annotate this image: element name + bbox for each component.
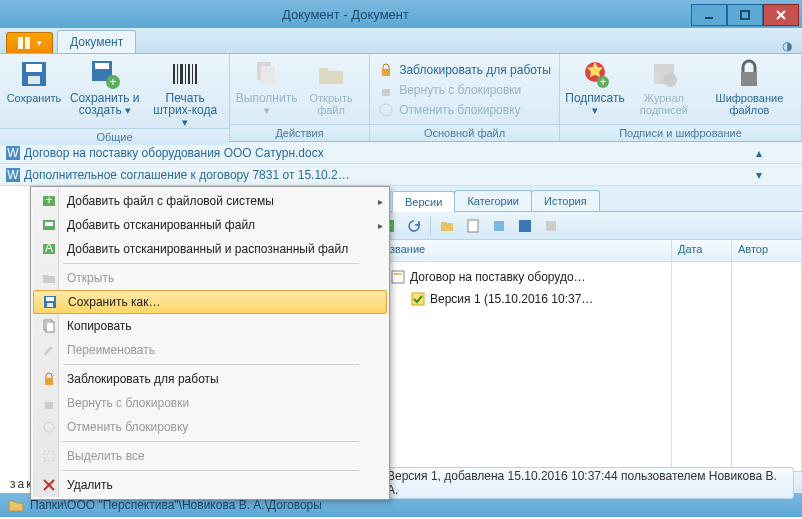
right-toolbar: + bbox=[370, 212, 802, 240]
tab-history[interactable]: История bbox=[531, 190, 600, 211]
menu-row: ▾ Документ ◑ bbox=[0, 28, 802, 54]
svg-rect-58 bbox=[392, 271, 404, 283]
doc-row-1[interactable]: W Договор на поставку оборудования ООО С… bbox=[0, 142, 802, 164]
svg-rect-14 bbox=[177, 64, 178, 84]
barcode-button[interactable]: Печать штрих-кода ▾ bbox=[149, 58, 221, 128]
svg-rect-1 bbox=[741, 11, 749, 19]
maximize-button[interactable] bbox=[727, 4, 763, 26]
svg-rect-16 bbox=[185, 64, 186, 84]
word-file-icon: W bbox=[6, 146, 20, 160]
col-name-header[interactable]: Название bbox=[370, 240, 671, 262]
submenu-arrow-icon: ▸ bbox=[378, 220, 383, 231]
save-create-button[interactable]: + Сохранить и создать ▾ bbox=[66, 58, 143, 128]
ctx-return-lock[interactable]: Вернуть с блокировки bbox=[33, 391, 387, 415]
svg-text:A: A bbox=[45, 241, 53, 255]
title-bar: Документ - Документ bbox=[0, 0, 802, 28]
tool-link-icon[interactable] bbox=[489, 216, 509, 236]
tree-root-label: Договор на поставку оборудо… bbox=[410, 270, 586, 284]
unlock-item[interactable]: Вернуть с блокировки bbox=[378, 80, 551, 100]
close-button[interactable] bbox=[763, 4, 799, 26]
tree-root-row[interactable]: − Договор на поставку оборудо… bbox=[374, 266, 667, 288]
svg-point-48 bbox=[44, 422, 54, 432]
doc-icon bbox=[390, 269, 406, 285]
svg-rect-5 bbox=[25, 37, 30, 49]
ctx-open[interactable]: Открыть bbox=[33, 266, 387, 290]
version-icon bbox=[410, 291, 426, 307]
submenu-arrow-icon: ▸ bbox=[378, 196, 383, 207]
svg-text:+: + bbox=[599, 75, 606, 89]
svg-rect-54 bbox=[468, 220, 478, 232]
sign-button[interactable]: + Подписать ▾ bbox=[568, 58, 622, 116]
group-signs-label: Подписи и шифрование bbox=[560, 124, 801, 141]
save-button[interactable]: Сохранить bbox=[8, 58, 60, 128]
svg-point-29 bbox=[663, 73, 677, 87]
doc-row-2[interactable]: W Дополнительное соглашение к договору 7… bbox=[0, 164, 802, 186]
tool-doc-icon[interactable] bbox=[463, 216, 483, 236]
word-file-icon: W bbox=[6, 168, 20, 182]
svg-rect-17 bbox=[188, 64, 190, 84]
tab-categories[interactable]: Категории bbox=[454, 190, 532, 211]
ctx-copy[interactable]: Копировать bbox=[33, 314, 387, 338]
svg-rect-18 bbox=[192, 64, 193, 84]
window-title: Документ - Документ bbox=[0, 7, 691, 22]
svg-rect-59 bbox=[394, 273, 402, 275]
svg-rect-8 bbox=[28, 76, 40, 84]
ctx-add-from-fs[interactable]: +Добавить файл с файловой системы▸ bbox=[33, 189, 387, 213]
tool-save-icon[interactable] bbox=[515, 216, 535, 236]
tree-version-row[interactable]: Версия 1 (15.10.2016 10:37… bbox=[374, 288, 667, 310]
ctx-select-all[interactable]: Выделить все bbox=[33, 444, 387, 468]
tool-more-icon[interactable] bbox=[541, 216, 561, 236]
svg-rect-45 bbox=[46, 322, 54, 332]
svg-text:W: W bbox=[7, 146, 19, 160]
col-date-header[interactable]: Дата bbox=[672, 240, 731, 262]
cancel-lock-item[interactable]: Отменить блокировку bbox=[378, 100, 551, 120]
svg-rect-46 bbox=[45, 378, 53, 385]
status-text: Версия 1, добавлена 15.10.2016 10:37:44 … bbox=[378, 467, 794, 499]
lock-work-item[interactable]: Заблокировать для работы bbox=[378, 60, 551, 80]
svg-rect-21 bbox=[261, 66, 275, 84]
svg-rect-42 bbox=[46, 297, 54, 301]
svg-rect-60 bbox=[412, 293, 424, 305]
ctx-add-scan-ocr[interactable]: AДобавить отсканированный и распознанный… bbox=[33, 237, 387, 261]
tab-versions[interactable]: Версии bbox=[392, 191, 455, 212]
scroll-down-icon[interactable]: ▾ bbox=[756, 168, 762, 182]
minimize-button[interactable] bbox=[691, 4, 727, 26]
open-file-button[interactable]: Открыть файл bbox=[301, 58, 361, 116]
group-mainfile-label: Основной файл bbox=[370, 124, 559, 141]
svg-rect-7 bbox=[26, 64, 42, 72]
tab-document[interactable]: Документ bbox=[57, 30, 136, 53]
svg-text:W: W bbox=[7, 168, 19, 182]
svg-rect-22 bbox=[382, 69, 390, 76]
svg-rect-49 bbox=[44, 451, 54, 461]
execute-button[interactable]: Выполнить ▾ bbox=[238, 58, 295, 116]
ctx-add-scan[interactable]: Добавить отсканированный файл▸ bbox=[33, 213, 387, 237]
document-preview: заключили настоящий договор о +Добавить … bbox=[0, 186, 370, 493]
ctx-lock[interactable]: Заблокировать для работы bbox=[33, 367, 387, 391]
svg-rect-19 bbox=[195, 64, 197, 84]
encrypt-button[interactable]: Шифрование файлов bbox=[706, 58, 793, 116]
right-tabs: ▸ Версии Категории История bbox=[370, 186, 802, 212]
svg-rect-30 bbox=[741, 72, 757, 86]
ctx-delete[interactable]: Удалить bbox=[33, 473, 387, 497]
col-author-header[interactable]: Автор bbox=[732, 240, 801, 262]
sign-log-button[interactable]: Журнал подписей bbox=[628, 58, 700, 116]
right-panel: ▸ Версии Категории История + Название − bbox=[370, 186, 802, 493]
folder-icon bbox=[8, 498, 24, 512]
tool-folder-icon[interactable] bbox=[437, 216, 457, 236]
context-menu: +Добавить файл с файловой системы▸ Добав… bbox=[30, 186, 390, 500]
svg-rect-47 bbox=[45, 402, 53, 409]
refresh-icon[interactable] bbox=[404, 216, 424, 236]
svg-point-24 bbox=[380, 104, 392, 116]
ctx-save-as[interactable]: Сохранить как… bbox=[33, 290, 387, 314]
right-status: Версия 1, добавлена 15.10.2016 10:37:44 … bbox=[370, 471, 802, 493]
scroll-up-icon[interactable]: ▴ bbox=[756, 146, 762, 160]
svg-rect-43 bbox=[47, 303, 53, 307]
group-actions-label: Действия bbox=[230, 124, 369, 141]
svg-rect-56 bbox=[519, 220, 531, 232]
app-menu-button[interactable]: ▾ bbox=[6, 32, 53, 53]
svg-text:+: + bbox=[45, 193, 52, 207]
ctx-cancel-lock[interactable]: Отменить блокировку bbox=[33, 415, 387, 439]
help-icon[interactable]: ◑ bbox=[772, 39, 802, 53]
ctx-rename[interactable]: Переименовать bbox=[33, 338, 387, 362]
svg-rect-57 bbox=[546, 221, 556, 231]
